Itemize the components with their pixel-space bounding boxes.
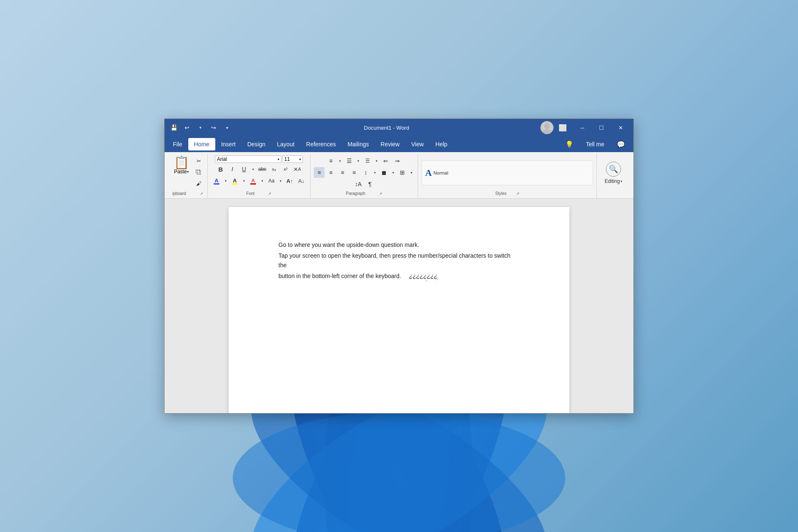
- clipboard-group: 📋 Paste ▾ ✂ ⿻ 🖌 ipboard ↗: [168, 154, 208, 198]
- maximize-button[interactable]: ☐: [592, 121, 611, 134]
- align-left-button[interactable]: ≡: [314, 167, 325, 178]
- font-size-dropdown-arrow: ▾: [299, 158, 301, 161]
- clipboard-label: ipboard ↗: [172, 190, 203, 197]
- window-controls: ─ ☐ ✕: [573, 121, 630, 134]
- document-area[interactable]: Go to where you want the upside-down que…: [165, 199, 633, 413]
- title-bar-left: 💾 ↩ ▾ ↪ ▾: [168, 122, 233, 133]
- show-hide-button[interactable]: ¶: [365, 179, 375, 190]
- svg-point-6: [544, 123, 550, 129]
- document-content[interactable]: Go to where you want the upside-down que…: [278, 240, 520, 281]
- align-center-button[interactable]: ≡: [325, 167, 336, 178]
- borders-button[interactable]: ⊞: [397, 167, 408, 178]
- editing-button[interactable]: 🔍 Editing ▾: [601, 159, 627, 187]
- shading-dropdown[interactable]: ▾: [390, 167, 396, 178]
- numbering-dropdown[interactable]: ▾: [355, 155, 361, 166]
- menu-file[interactable]: File: [167, 138, 188, 150]
- font-color-dropdown[interactable]: ▾: [223, 175, 229, 186]
- numbering-button[interactable]: ☰: [344, 155, 355, 166]
- minimize-button[interactable]: ─: [573, 121, 592, 134]
- undo-dropdown-button[interactable]: ▾: [195, 122, 206, 133]
- font-group: Arial ▾ 11 ▾ B I U ▾ abc x₂ x² ✕A: [208, 154, 310, 198]
- squiggly-text: ¿¿¿¿¿¿¿¿: [409, 273, 437, 279]
- paste-button[interactable]: 📋 Paste ▾: [171, 155, 192, 175]
- editing-label: Editing: [605, 178, 620, 184]
- justify-button[interactable]: ≡: [349, 167, 360, 178]
- decrease-font-button[interactable]: A↓: [296, 175, 307, 186]
- multilevel-button[interactable]: ☰: [362, 155, 373, 166]
- borders-dropdown[interactable]: ▾: [409, 167, 414, 178]
- save-button[interactable]: 💾: [168, 122, 180, 133]
- font-color-button[interactable]: A: [211, 175, 222, 186]
- menu-review[interactable]: Review: [375, 138, 406, 150]
- bold-button[interactable]: B: [215, 164, 226, 175]
- redo-button[interactable]: ↪: [208, 122, 219, 133]
- font-row2: B I U ▾ abc x₂ x² ✕A: [215, 164, 303, 175]
- increase-indent-button[interactable]: ⇒: [392, 155, 403, 166]
- superscript-button[interactable]: x²: [280, 164, 291, 175]
- strikethrough-button[interactable]: abc: [257, 164, 268, 175]
- bullets-button[interactable]: ≡: [325, 155, 336, 166]
- lightbulb-button[interactable]: 💡: [559, 138, 579, 150]
- paste-dropdown-icon: ▾: [187, 170, 189, 174]
- cut-button[interactable]: ✂: [193, 155, 204, 166]
- text-effect-button[interactable]: A: [248, 175, 259, 186]
- clipboard-sub-buttons: ✂ ⿻ 🖌: [193, 155, 204, 189]
- undo-button[interactable]: ↩: [181, 122, 193, 133]
- menu-design[interactable]: Design: [241, 138, 271, 150]
- user-avatar[interactable]: [540, 121, 554, 134]
- paragraph-row3: ↕A ¶: [353, 179, 375, 190]
- font-size-selector[interactable]: 11 ▾: [282, 155, 303, 163]
- styles-preview: A: [425, 167, 432, 178]
- window-title: Document1 - Word: [233, 125, 540, 131]
- multilevel-dropdown[interactable]: ▾: [374, 155, 379, 166]
- paste-icon: 📋: [174, 156, 189, 169]
- font-label: Font ↗: [246, 190, 272, 197]
- font-name-selector[interactable]: Arial ▾: [215, 155, 281, 163]
- highlight-color-button[interactable]: A: [229, 175, 240, 186]
- paragraph-label: Paragraph ↗: [346, 190, 382, 197]
- document-page: Go to where you want the upside-down que…: [229, 207, 569, 413]
- clear-format-button[interactable]: ✕A: [292, 164, 303, 175]
- font-row3: A ▾ A ▾ A ▾: [211, 175, 307, 186]
- ribbon-display-button[interactable]: ⬜: [557, 122, 569, 133]
- case-dropdown[interactable]: ▾: [278, 175, 283, 186]
- underline-dropdown-button[interactable]: ▾: [250, 164, 256, 175]
- sort-button[interactable]: ↕A: [353, 179, 364, 190]
- editing-search-icon: 🔍: [606, 162, 621, 177]
- menu-bar: File Home Insert Design Layout Reference…: [165, 136, 633, 152]
- menu-right: 💡 Tell me 💬: [559, 138, 631, 150]
- underline-button[interactable]: U: [239, 164, 249, 175]
- shading-button[interactable]: ◼: [379, 167, 389, 178]
- highlight-dropdown[interactable]: ▾: [241, 175, 247, 186]
- comments-button[interactable]: 💬: [611, 138, 631, 150]
- align-right-button[interactable]: ≡: [337, 167, 348, 178]
- case-change-button[interactable]: Aa: [266, 175, 277, 186]
- menu-mailings[interactable]: Mailings: [342, 138, 374, 150]
- menu-references[interactable]: References: [300, 138, 342, 150]
- content-line1: Go to where you want the upside-down que…: [278, 240, 520, 249]
- line-spacing-button[interactable]: ↕: [360, 167, 371, 178]
- menu-view[interactable]: View: [405, 138, 429, 150]
- menu-home[interactable]: Home: [188, 138, 215, 150]
- line-spacing-dropdown[interactable]: ▾: [372, 167, 378, 178]
- editing-group: 🔍 Editing ▾ x: [597, 154, 630, 198]
- copy-button[interactable]: ⿻: [193, 167, 204, 177]
- increase-font-button[interactable]: A↑: [284, 175, 295, 186]
- svg-point-7: [542, 129, 552, 134]
- tell-me-button[interactable]: Tell me: [580, 138, 610, 150]
- format-painter-button[interactable]: 🖌: [193, 178, 204, 189]
- italic-button[interactable]: I: [227, 164, 238, 175]
- decrease-indent-button[interactable]: ⇐: [380, 155, 391, 166]
- customize-qat-button[interactable]: ▾: [221, 122, 233, 133]
- paragraph-row2: ≡ ≡ ≡ ≡ ↕ ▾ ◼ ▾ ⊞ ▾: [314, 167, 414, 178]
- bullets-dropdown[interactable]: ▾: [337, 155, 343, 166]
- font-name-dropdown-arrow: ▾: [278, 158, 279, 161]
- menu-help[interactable]: Help: [430, 138, 453, 150]
- text-effect-dropdown[interactable]: ▾: [259, 175, 265, 186]
- word-window: 💾 ↩ ▾ ↪ ▾ Document1 - Word ⬜ ─ ☐ ✕ File: [164, 118, 634, 414]
- menu-insert[interactable]: Insert: [215, 138, 241, 150]
- paste-label: Paste: [174, 169, 187, 175]
- menu-layout[interactable]: Layout: [271, 138, 300, 150]
- close-button[interactable]: ✕: [611, 121, 630, 134]
- subscript-button[interactable]: x₂: [268, 164, 279, 175]
